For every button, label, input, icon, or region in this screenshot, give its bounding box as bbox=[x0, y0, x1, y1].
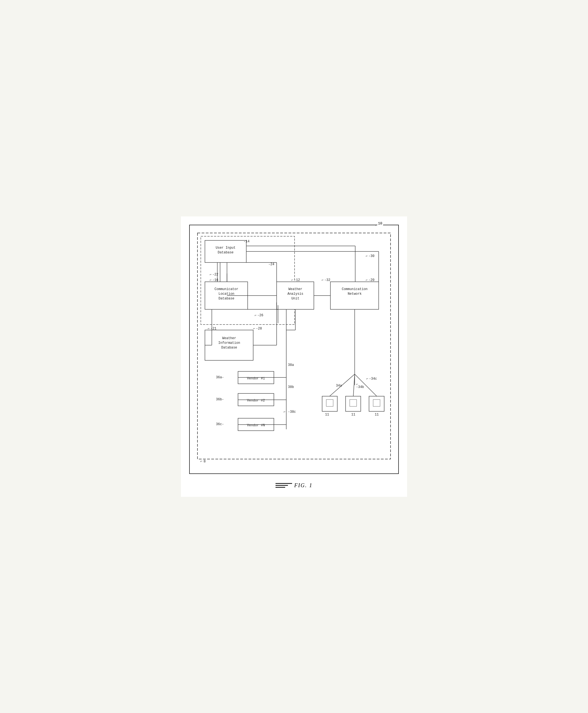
svg-text:-38c: -38c bbox=[288, 410, 296, 414]
svg-text:11: 11 bbox=[351, 413, 355, 417]
svg-text:36b-: 36b- bbox=[216, 397, 224, 402]
svg-text:Database: Database bbox=[218, 297, 234, 301]
svg-text:Network: Network bbox=[348, 292, 361, 296]
svg-text:Unit: Unit bbox=[292, 297, 299, 301]
svg-text:Database: Database bbox=[221, 346, 237, 350]
svg-text:Communicator: Communicator bbox=[214, 287, 238, 291]
outer-border: 10 ⌐ 8 ⌐ User Input Database -14 Com bbox=[189, 225, 399, 474]
fig-label: FIG. bbox=[294, 482, 307, 489]
fig-line-3 bbox=[275, 487, 285, 488]
fig-decoration bbox=[275, 483, 292, 488]
svg-text:⌐: ⌐ bbox=[284, 410, 286, 414]
label-14: -14 bbox=[244, 240, 250, 243]
svg-text:⌐: ⌐ bbox=[253, 327, 255, 330]
svg-text:⌐: ⌐ bbox=[255, 314, 256, 317]
svg-text:⌐: ⌐ bbox=[321, 278, 323, 282]
svg-text:Location: Location bbox=[218, 292, 234, 296]
svg-text:Information: Information bbox=[218, 341, 240, 345]
svg-text:Vendor #N: Vendor #N bbox=[247, 424, 265, 427]
svg-text:38b: 38b bbox=[288, 385, 294, 389]
svg-text:⌐: ⌐ bbox=[200, 459, 203, 463]
arrow-10: ⌐ bbox=[375, 223, 378, 227]
fig-line-2 bbox=[275, 485, 288, 486]
svg-line-86 bbox=[330, 374, 355, 396]
svg-text:-12: -12 bbox=[294, 278, 300, 282]
diagram-area: 8 ⌐ User Input Database -14 Communicator… bbox=[195, 231, 394, 468]
svg-text:Database: Database bbox=[217, 251, 234, 255]
svg-text:User Input: User Input bbox=[216, 246, 235, 250]
svg-text:36c-: 36c- bbox=[216, 423, 224, 426]
svg-text:⌐: ⌐ bbox=[208, 327, 210, 330]
svg-text:Weather: Weather bbox=[289, 287, 302, 291]
svg-text:Communication: Communication bbox=[342, 287, 368, 291]
svg-text:34a: 34a bbox=[336, 384, 342, 388]
svg-rect-52 bbox=[350, 399, 357, 406]
fig-line-1 bbox=[275, 483, 292, 484]
svg-text:⌐: ⌐ bbox=[210, 278, 212, 282]
svg-text:-26: -26 bbox=[257, 314, 264, 317]
svg-text:-34c: -34c bbox=[369, 377, 377, 381]
svg-rect-54 bbox=[373, 399, 380, 406]
svg-text:⌐: ⌐ bbox=[366, 377, 368, 381]
label-8: 8 bbox=[204, 459, 206, 463]
svg-text:-30: -30 bbox=[369, 254, 375, 258]
svg-text:⌐: ⌐ bbox=[291, 278, 293, 282]
svg-text:Weather: Weather bbox=[222, 337, 236, 340]
svg-rect-50 bbox=[326, 399, 333, 406]
svg-text:-21: -21 bbox=[210, 327, 216, 330]
svg-text:-20: -20 bbox=[369, 278, 375, 282]
svg-text:Vendor #2: Vendor #2 bbox=[247, 399, 265, 403]
svg-text:-24: -24 bbox=[268, 262, 274, 266]
svg-text:11: 11 bbox=[325, 413, 329, 417]
svg-text:⌐: ⌐ bbox=[210, 273, 212, 277]
svg-rect-32 bbox=[205, 330, 253, 360]
svg-text:Analysis: Analysis bbox=[287, 292, 303, 296]
svg-text:-32: -32 bbox=[324, 278, 330, 282]
figure-caption: FIG. 1 bbox=[275, 482, 313, 489]
svg-text:Vendor #1: Vendor #1 bbox=[247, 376, 265, 381]
svg-text:38a: 38a bbox=[288, 363, 294, 367]
fig-number: 1 bbox=[309, 482, 313, 489]
svg-text:-28: -28 bbox=[256, 327, 262, 330]
page-wrapper: 10 ⌐ 8 ⌐ User Input Database -14 Com bbox=[181, 216, 407, 497]
svg-text:⌐: ⌐ bbox=[366, 278, 368, 282]
svg-text:⌐: ⌐ bbox=[366, 254, 368, 258]
svg-text:⌐: ⌐ bbox=[356, 383, 358, 386]
svg-text:36a-: 36a- bbox=[216, 375, 224, 380]
label-10: 10 bbox=[377, 221, 383, 225]
svg-text:11: 11 bbox=[375, 413, 379, 417]
